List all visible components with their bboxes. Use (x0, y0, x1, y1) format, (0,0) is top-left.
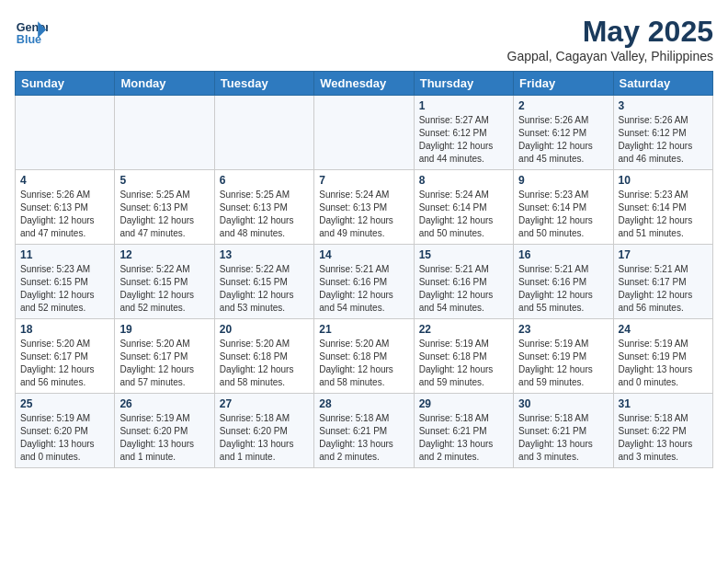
day-info: Sunrise: 5:26 AM Sunset: 6:12 PM Dayligh… (518, 114, 608, 166)
calendar-cell: 17Sunrise: 5:21 AM Sunset: 6:17 PM Dayli… (613, 245, 712, 319)
calendar-cell (214, 96, 313, 170)
calendar-cell: 8Sunrise: 5:24 AM Sunset: 6:14 PM Daylig… (414, 170, 513, 245)
day-number: 9 (518, 174, 608, 187)
day-info: Sunrise: 5:21 AM Sunset: 6:16 PM Dayligh… (419, 263, 508, 315)
day-number: 3 (619, 99, 708, 112)
logo-icon: General Blue (15, 15, 48, 48)
calendar-cell: 20Sunrise: 5:20 AM Sunset: 6:18 PM Dayli… (214, 319, 313, 394)
day-info: Sunrise: 5:20 AM Sunset: 6:17 PM Dayligh… (119, 338, 209, 389)
calendar-cell: 18Sunrise: 5:20 AM Sunset: 6:17 PM Dayli… (16, 319, 115, 394)
calendar-cell: 23Sunrise: 5:19 AM Sunset: 6:19 PM Dayli… (514, 319, 613, 394)
day-number: 7 (319, 174, 408, 187)
day-info: Sunrise: 5:18 AM Sunset: 6:21 PM Dayligh… (518, 412, 608, 464)
day-info: Sunrise: 5:18 AM Sunset: 6:20 PM Dayligh… (220, 412, 309, 464)
weekday-header-tuesday: Tuesday (214, 72, 313, 96)
day-number: 21 (319, 323, 408, 336)
day-info: Sunrise: 5:22 AM Sunset: 6:15 PM Dayligh… (119, 263, 209, 315)
calendar-cell: 21Sunrise: 5:20 AM Sunset: 6:18 PM Dayli… (314, 319, 414, 394)
day-info: Sunrise: 5:26 AM Sunset: 6:12 PM Dayligh… (619, 114, 708, 166)
day-info: Sunrise: 5:23 AM Sunset: 6:14 PM Dayligh… (518, 189, 608, 240)
day-info: Sunrise: 5:19 AM Sunset: 6:19 PM Dayligh… (518, 338, 608, 389)
day-number: 24 (619, 323, 708, 336)
day-info: Sunrise: 5:23 AM Sunset: 6:15 PM Dayligh… (20, 263, 109, 315)
calendar-cell: 10Sunrise: 5:23 AM Sunset: 6:14 PM Dayli… (613, 170, 712, 245)
day-number: 6 (220, 174, 309, 187)
day-info: Sunrise: 5:20 AM Sunset: 6:17 PM Dayligh… (20, 338, 109, 389)
calendar-cell: 29Sunrise: 5:18 AM Sunset: 6:21 PM Dayli… (414, 394, 513, 468)
day-info: Sunrise: 5:18 AM Sunset: 6:22 PM Dayligh… (619, 412, 708, 464)
day-info: Sunrise: 5:19 AM Sunset: 6:20 PM Dayligh… (20, 412, 109, 464)
calendar-table: SundayMondayTuesdayWednesdayThursdayFrid… (15, 71, 713, 468)
day-number: 22 (419, 323, 508, 336)
calendar-cell (314, 96, 414, 170)
calendar-cell: 12Sunrise: 5:22 AM Sunset: 6:15 PM Dayli… (115, 245, 214, 319)
day-number: 18 (20, 323, 109, 336)
calendar-cell: 13Sunrise: 5:22 AM Sunset: 6:15 PM Dayli… (214, 245, 313, 319)
weekday-header-sunday: Sunday (16, 72, 115, 96)
day-number: 19 (119, 323, 209, 336)
calendar-cell: 2Sunrise: 5:26 AM Sunset: 6:12 PM Daylig… (514, 96, 613, 170)
calendar-cell: 30Sunrise: 5:18 AM Sunset: 6:21 PM Dayli… (514, 394, 613, 468)
main-title: May 2025 (507, 15, 713, 49)
day-info: Sunrise: 5:19 AM Sunset: 6:19 PM Dayligh… (619, 338, 708, 389)
day-info: Sunrise: 5:18 AM Sunset: 6:21 PM Dayligh… (319, 412, 408, 464)
day-number: 5 (119, 174, 209, 187)
weekday-header-monday: Monday (115, 72, 214, 96)
calendar-cell: 3Sunrise: 5:26 AM Sunset: 6:12 PM Daylig… (613, 96, 712, 170)
day-number: 17 (619, 248, 708, 261)
day-info: Sunrise: 5:27 AM Sunset: 6:12 PM Dayligh… (419, 114, 508, 166)
calendar-cell: 11Sunrise: 5:23 AM Sunset: 6:15 PM Dayli… (16, 245, 115, 319)
day-number: 2 (518, 99, 608, 112)
calendar-week-2: 4Sunrise: 5:26 AM Sunset: 6:13 PM Daylig… (16, 170, 713, 245)
day-info: Sunrise: 5:24 AM Sunset: 6:14 PM Dayligh… (419, 189, 508, 240)
day-number: 29 (419, 397, 508, 410)
weekday-header-row: SundayMondayTuesdayWednesdayThursdayFrid… (16, 72, 713, 96)
calendar-cell: 4Sunrise: 5:26 AM Sunset: 6:13 PM Daylig… (16, 170, 115, 245)
calendar-cell: 22Sunrise: 5:19 AM Sunset: 6:18 PM Dayli… (414, 319, 513, 394)
day-info: Sunrise: 5:22 AM Sunset: 6:15 PM Dayligh… (220, 263, 309, 315)
day-number: 8 (419, 174, 508, 187)
calendar-week-1: 1Sunrise: 5:27 AM Sunset: 6:12 PM Daylig… (16, 96, 713, 170)
day-number: 13 (220, 248, 309, 261)
calendar-week-4: 18Sunrise: 5:20 AM Sunset: 6:17 PM Dayli… (16, 319, 713, 394)
day-number: 12 (119, 248, 209, 261)
day-info: Sunrise: 5:21 AM Sunset: 6:16 PM Dayligh… (319, 263, 408, 315)
day-number: 26 (119, 397, 209, 410)
calendar-cell: 5Sunrise: 5:25 AM Sunset: 6:13 PM Daylig… (115, 170, 214, 245)
day-info: Sunrise: 5:19 AM Sunset: 6:18 PM Dayligh… (419, 338, 508, 389)
calendar-cell: 24Sunrise: 5:19 AM Sunset: 6:19 PM Dayli… (613, 319, 712, 394)
calendar-cell: 9Sunrise: 5:23 AM Sunset: 6:14 PM Daylig… (514, 170, 613, 245)
title-block: May 2025 Gappal, Cagayan Valley, Philipp… (507, 15, 713, 63)
weekday-header-wednesday: Wednesday (314, 72, 414, 96)
calendar-cell: 19Sunrise: 5:20 AM Sunset: 6:17 PM Dayli… (115, 319, 214, 394)
page-header: General Blue May 2025 Gappal, Cagayan Va… (15, 15, 713, 63)
weekday-header-friday: Friday (514, 72, 613, 96)
day-number: 25 (20, 397, 109, 410)
day-info: Sunrise: 5:20 AM Sunset: 6:18 PM Dayligh… (220, 338, 309, 389)
day-info: Sunrise: 5:23 AM Sunset: 6:14 PM Dayligh… (619, 189, 708, 240)
day-info: Sunrise: 5:19 AM Sunset: 6:20 PM Dayligh… (119, 412, 209, 464)
subtitle: Gappal, Cagayan Valley, Philippines (507, 49, 713, 63)
day-info: Sunrise: 5:18 AM Sunset: 6:21 PM Dayligh… (419, 412, 508, 464)
day-number: 23 (518, 323, 608, 336)
day-number: 16 (518, 248, 608, 261)
day-number: 20 (220, 323, 309, 336)
day-number: 1 (419, 99, 508, 112)
svg-text:Blue: Blue (17, 33, 41, 46)
calendar-cell (16, 96, 115, 170)
calendar-cell: 31Sunrise: 5:18 AM Sunset: 6:22 PM Dayli… (613, 394, 712, 468)
weekday-header-saturday: Saturday (613, 72, 712, 96)
calendar-week-5: 25Sunrise: 5:19 AM Sunset: 6:20 PM Dayli… (16, 394, 713, 468)
day-info: Sunrise: 5:25 AM Sunset: 6:13 PM Dayligh… (220, 189, 309, 240)
calendar-week-3: 11Sunrise: 5:23 AM Sunset: 6:15 PM Dayli… (16, 245, 713, 319)
weekday-header-thursday: Thursday (414, 72, 513, 96)
day-info: Sunrise: 5:21 AM Sunset: 6:17 PM Dayligh… (619, 263, 708, 315)
calendar-cell: 7Sunrise: 5:24 AM Sunset: 6:13 PM Daylig… (314, 170, 414, 245)
calendar-cell: 28Sunrise: 5:18 AM Sunset: 6:21 PM Dayli… (314, 394, 414, 468)
day-number: 31 (619, 397, 708, 410)
calendar-cell: 14Sunrise: 5:21 AM Sunset: 6:16 PM Dayli… (314, 245, 414, 319)
calendar-cell: 1Sunrise: 5:27 AM Sunset: 6:12 PM Daylig… (414, 96, 513, 170)
day-number: 28 (319, 397, 408, 410)
day-info: Sunrise: 5:25 AM Sunset: 6:13 PM Dayligh… (119, 189, 209, 240)
day-info: Sunrise: 5:21 AM Sunset: 6:16 PM Dayligh… (518, 263, 608, 315)
